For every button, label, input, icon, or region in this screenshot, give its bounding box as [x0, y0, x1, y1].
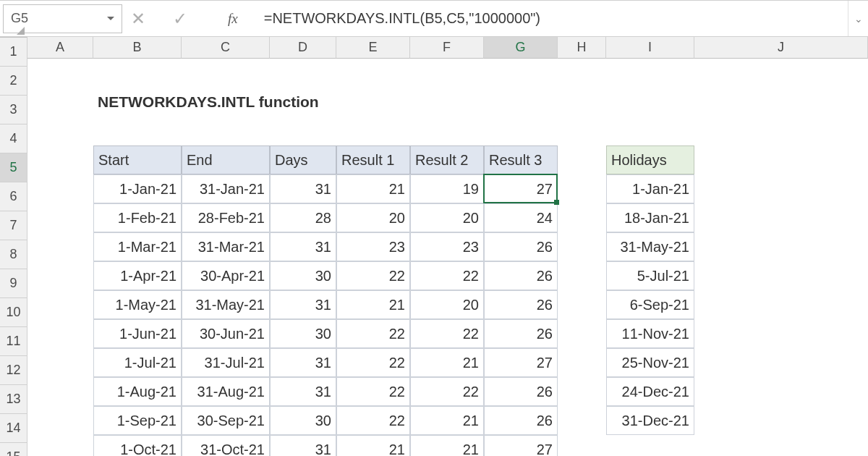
main-cell-7-0[interactable]: 1-Aug-21	[93, 377, 182, 406]
row-header-12[interactable]: 12	[0, 356, 27, 385]
main-cell-3-4[interactable]: 22	[410, 261, 484, 290]
main-cell-6-4[interactable]: 21	[410, 348, 484, 377]
main-cell-7-3[interactable]: 22	[336, 377, 410, 406]
main-cell-9-2[interactable]: 31	[270, 435, 336, 456]
main-header-1[interactable]: End	[182, 145, 270, 174]
col-header-G[interactable]: G	[484, 37, 558, 59]
main-cell-2-2[interactable]: 31	[270, 232, 336, 261]
col-header-H[interactable]: H	[558, 37, 606, 59]
main-cell-1-3[interactable]: 20	[336, 203, 410, 232]
main-cell-2-3[interactable]: 23	[336, 232, 410, 261]
main-cell-4-4[interactable]: 20	[410, 290, 484, 319]
row-header-2[interactable]: 2	[0, 67, 27, 96]
page-title[interactable]: NETWORKDAYS.INTL function	[93, 88, 455, 117]
holidays-header[interactable]: Holidays	[606, 145, 694, 174]
main-cell-9-4[interactable]: 21	[410, 435, 484, 456]
col-header-B[interactable]: B	[93, 37, 182, 59]
col-header-E[interactable]: E	[336, 37, 410, 59]
row-header-5[interactable]: 5	[0, 153, 27, 182]
main-cell-2-0[interactable]: 1-Mar-21	[93, 232, 182, 261]
row-header-11[interactable]: 11	[0, 327, 27, 356]
row-header-14[interactable]: 14	[0, 414, 27, 443]
main-cell-4-1[interactable]: 31-May-21	[182, 290, 270, 319]
col-header-J[interactable]: J	[694, 37, 868, 59]
main-cell-7-4[interactable]: 22	[410, 377, 484, 406]
check-icon[interactable]: ✓	[173, 9, 187, 29]
main-cell-0-5[interactable]: 27	[484, 174, 558, 203]
row-header-13[interactable]: 13	[0, 385, 27, 414]
col-header-D[interactable]: D	[270, 37, 336, 59]
row-header-9[interactable]: 9	[0, 269, 27, 298]
row-header-4[interactable]: 4	[0, 124, 27, 153]
main-cell-9-5[interactable]: 27	[484, 435, 558, 456]
row-header-1[interactable]: 1	[0, 38, 27, 67]
main-cell-1-0[interactable]: 1-Feb-21	[93, 203, 182, 232]
main-cell-2-1[interactable]: 31-Mar-21	[182, 232, 270, 261]
main-cell-3-1[interactable]: 30-Apr-21	[182, 261, 270, 290]
main-cell-1-1[interactable]: 28-Feb-21	[182, 203, 270, 232]
main-header-4[interactable]: Result 2	[410, 145, 484, 174]
main-header-0[interactable]: Start	[93, 145, 182, 174]
main-cell-0-3[interactable]: 21	[336, 174, 410, 203]
row-header-7[interactable]: 7	[0, 211, 27, 240]
holidays-cell-1[interactable]: 18-Jan-21	[606, 203, 694, 232]
main-cell-6-5[interactable]: 27	[484, 348, 558, 377]
main-cell-1-2[interactable]: 28	[270, 203, 336, 232]
holidays-cell-3[interactable]: 5-Jul-21	[606, 261, 694, 290]
main-cell-2-4[interactable]: 23	[410, 232, 484, 261]
main-cell-6-0[interactable]: 1-Jul-21	[93, 348, 182, 377]
main-cell-8-3[interactable]: 22	[336, 406, 410, 435]
main-cell-5-5[interactable]: 26	[484, 319, 558, 348]
main-cell-5-2[interactable]: 30	[270, 319, 336, 348]
main-cell-7-1[interactable]: 31-Aug-21	[182, 377, 270, 406]
main-cell-4-0[interactable]: 1-May-21	[93, 290, 182, 319]
main-cell-3-0[interactable]: 1-Apr-21	[93, 261, 182, 290]
holidays-cell-2[interactable]: 31-May-21	[606, 232, 694, 261]
main-cell-4-2[interactable]: 31	[270, 290, 336, 319]
row-header-10[interactable]: 10	[0, 298, 27, 327]
col-header-C[interactable]: C	[182, 37, 270, 59]
row-header-3[interactable]: 3	[0, 96, 27, 124]
main-header-5[interactable]: Result 3	[484, 145, 558, 174]
main-cell-7-2[interactable]: 31	[270, 377, 336, 406]
formula-expand-icon[interactable]: ⌄	[848, 1, 868, 36]
holidays-cell-0[interactable]: 1-Jan-21	[606, 174, 694, 203]
main-cell-0-0[interactable]: 1-Jan-21	[93, 174, 182, 203]
main-header-2[interactable]: Days	[270, 145, 336, 174]
main-cell-8-5[interactable]: 26	[484, 406, 558, 435]
main-cell-3-5[interactable]: 26	[484, 261, 558, 290]
main-cell-6-3[interactable]: 22	[336, 348, 410, 377]
select-all-corner[interactable]	[0, 37, 27, 38]
formula-input[interactable]	[244, 10, 848, 27]
main-cell-8-0[interactable]: 1-Sep-21	[93, 406, 182, 435]
main-cell-0-1[interactable]: 31-Jan-21	[182, 174, 270, 203]
main-cell-0-4[interactable]: 19	[410, 174, 484, 203]
main-header-3[interactable]: Result 1	[336, 145, 410, 174]
main-cell-8-2[interactable]: 30	[270, 406, 336, 435]
main-cell-9-0[interactable]: 1-Oct-21	[93, 435, 182, 456]
main-cell-8-4[interactable]: 21	[410, 406, 484, 435]
cancel-icon[interactable]: ✕	[131, 9, 145, 29]
main-cell-9-3[interactable]: 21	[336, 435, 410, 456]
main-cell-7-5[interactable]: 26	[484, 377, 558, 406]
main-cell-0-2[interactable]: 31	[270, 174, 336, 203]
main-cell-1-5[interactable]: 24	[484, 203, 558, 232]
main-cell-3-3[interactable]: 22	[336, 261, 410, 290]
main-cell-1-4[interactable]: 20	[410, 203, 484, 232]
main-cell-3-2[interactable]: 30	[270, 261, 336, 290]
main-cell-4-3[interactable]: 21	[336, 290, 410, 319]
dropdown-icon[interactable]	[107, 17, 114, 20]
main-cell-5-3[interactable]: 22	[336, 319, 410, 348]
row-header-8[interactable]: 8	[0, 240, 27, 269]
col-header-I[interactable]: I	[606, 37, 694, 59]
main-cell-8-1[interactable]: 30-Sep-21	[182, 406, 270, 435]
main-cell-6-1[interactable]: 31-Jul-21	[182, 348, 270, 377]
row-header-15[interactable]: 15	[0, 443, 27, 456]
fx-icon[interactable]: fx	[215, 11, 238, 27]
main-cell-5-1[interactable]: 30-Jun-21	[182, 319, 270, 348]
row-header-6[interactable]: 6	[0, 182, 27, 211]
holidays-cell-8[interactable]: 31-Dec-21	[606, 406, 694, 435]
holidays-cell-6[interactable]: 25-Nov-21	[606, 348, 694, 377]
main-cell-2-5[interactable]: 26	[484, 232, 558, 261]
main-cell-9-1[interactable]: 31-Oct-21	[182, 435, 270, 456]
